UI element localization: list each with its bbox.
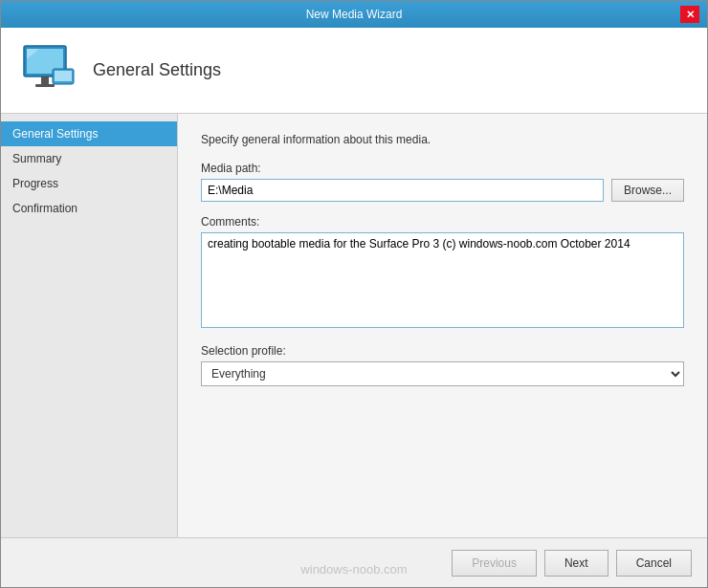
comments-label: Comments: <box>201 215 684 229</box>
selection-profile-label: Selection profile: <box>201 344 684 358</box>
svg-rect-3 <box>35 84 55 87</box>
media-path-label: Media path: <box>201 162 684 175</box>
sidebar-item-summary[interactable]: Summary <box>1 146 177 171</box>
title-bar: New Media Wizard ✕ <box>1 1 707 28</box>
header-area: General Settings <box>1 28 707 114</box>
sidebar-item-confirmation[interactable]: Confirmation <box>1 196 177 221</box>
cancel-button[interactable]: Cancel <box>616 550 692 577</box>
comments-input[interactable]: creating bootable media for the Surface … <box>201 232 684 328</box>
sidebar-item-general-settings[interactable]: General Settings <box>1 121 177 146</box>
media-path-row: Browse... <box>201 179 684 202</box>
browse-button[interactable]: Browse... <box>611 179 684 202</box>
wizard-icon <box>20 42 77 99</box>
content-area: General Settings Summary Progress Confir… <box>1 114 707 537</box>
sidebar: General Settings Summary Progress Confir… <box>1 114 178 537</box>
selection-profile-select[interactable]: Everything <box>201 361 684 386</box>
comments-field: Comments: creating bootable media for th… <box>201 215 684 344</box>
sidebar-item-progress[interactable]: Progress <box>1 171 177 196</box>
previous-button[interactable]: Previous <box>452 550 537 577</box>
next-button[interactable]: Next <box>544 550 608 577</box>
close-button[interactable]: ✕ <box>680 6 699 23</box>
window-title: New Media Wizard <box>28 8 680 21</box>
svg-rect-5 <box>55 71 72 81</box>
selection-profile-field: Selection profile: Everything <box>201 344 684 386</box>
instruction-text: Specify general information about this m… <box>201 133 684 146</box>
svg-rect-2 <box>41 76 49 84</box>
main-content: Specify general information about this m… <box>178 114 707 537</box>
footer-area: Previous Next Cancel <box>1 537 707 587</box>
page-title: General Settings <box>93 60 221 80</box>
media-path-input[interactable] <box>201 179 604 202</box>
media-path-field: Media path: Browse... <box>201 162 684 202</box>
